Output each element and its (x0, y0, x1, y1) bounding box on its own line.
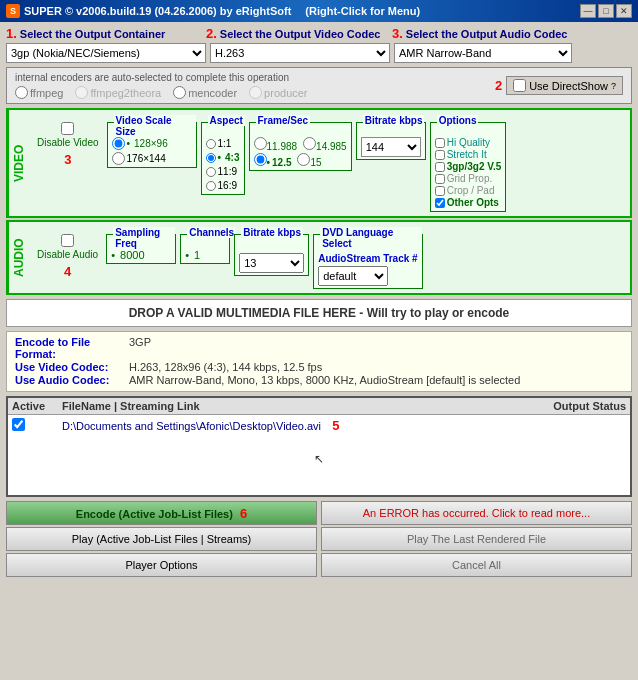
btn-row1: Encode (Active Job-List Files) 6 An ERRO… (6, 501, 632, 525)
audio-codec-dropdown-group: AMR Narrow-BandAACMP3None (394, 43, 572, 63)
video-codec-dropdown[interactable]: H.263H.264MPEG-4None (210, 43, 390, 63)
audio-bitrate-dropdown[interactable]: 13810121632 (239, 253, 304, 273)
video-options-content: Hi Quality Stretch It 3gp/3g2 V.5 Grid P… (435, 137, 502, 208)
radio-ffmpeg2theora[interactable]: ffmpeg2theora (75, 86, 161, 99)
scale-176x144[interactable]: 176×144 (112, 152, 192, 165)
info-video-label: Use Video Codec: (15, 361, 125, 373)
step-headers: 1. Select the Output Container 2. Select… (6, 26, 632, 41)
btn-row3: Player Options Cancel All (6, 553, 632, 577)
job-list-empty-area: ↖ (12, 434, 626, 484)
encoder-box: internal encoders are auto-selected to c… (6, 67, 632, 104)
play-last-rendered-button[interactable]: Play The Last Rendered File (321, 527, 632, 551)
use-directshow-area: 2 Use DirectShow ? (495, 76, 623, 95)
directshow-label: Use DirectShow (529, 80, 608, 92)
opt-stretch-it[interactable]: Stretch It (435, 149, 502, 160)
anno4: 4 (64, 264, 71, 279)
disable-audio-checkbox[interactable] (61, 234, 74, 247)
fps-14985[interactable]: 14.985 (303, 137, 347, 152)
video-panel-label: VIDEO (8, 110, 29, 216)
info-audio-value: AMR Narrow-Band, Mono, 13 kbps, 8000 KHz… (129, 374, 520, 386)
disable-audio-section: Disable Audio 4 (33, 226, 102, 287)
opt-3gp-v5[interactable]: 3gp/3g2 V.5 (435, 161, 502, 172)
play-active-button[interactable]: Play (Active Job-List Files | Streams) (6, 527, 317, 551)
step3-header: 3. Select the Output Audio Codec (392, 26, 632, 41)
video-options-section: Options Hi Quality Stretch It 3gp/3g2 V.… (430, 122, 507, 212)
directshow-checkbox[interactable] (513, 79, 526, 92)
dvd-language-title: DVD Language Select (320, 227, 421, 249)
scale-size-title: Video Scale Size (114, 115, 196, 137)
job-file-cell: D:\Documents and Settings\Afonic\Desktop… (62, 418, 526, 433)
audio-sections: Disable Audio 4 Sampling Freq • 8000 (33, 226, 626, 289)
fps-row1: 11.988 14.985 (254, 137, 347, 152)
table-row: D:\Documents and Settings\Afonic\Desktop… (12, 417, 626, 434)
aspect-11-9[interactable]: 11:9 (206, 166, 240, 177)
radio-mencoder[interactable]: mencoder (173, 86, 237, 99)
opt-crop-pad[interactable]: Crop / Pad (435, 185, 502, 196)
dvd-language-dropdown[interactable]: default123 (318, 266, 388, 286)
disable-video-label[interactable]: Disable Video (37, 122, 99, 148)
drop-area[interactable]: DROP A VALID MULTIMEDIA FILE HERE - Will… (6, 299, 632, 327)
job-list-header: Active FileName | Streaming Link Output … (8, 398, 630, 415)
close-button[interactable]: ✕ (616, 4, 632, 18)
window-controls: — □ ✕ (580, 4, 632, 18)
fps-row2: •12.5 15 (254, 153, 347, 168)
disable-video-checkbox[interactable] (61, 122, 74, 135)
job-list-body: D:\Documents and Settings\Afonic\Desktop… (8, 415, 630, 495)
audio-bitrate-title: Bitrate kbps (241, 227, 303, 238)
error-button[interactable]: An ERROR has occurred. Click to read mor… (321, 501, 632, 525)
opt-hi-quality[interactable]: Hi Quality (435, 137, 502, 148)
video-bitrate-dropdown[interactable]: 14413326496128192256 (361, 137, 421, 157)
cancel-all-button[interactable]: Cancel All (321, 553, 632, 577)
maximize-button[interactable]: □ (598, 4, 614, 18)
title-subtitle: (Right-Click for Menu) (305, 5, 420, 17)
video-sections: Disable Video 3 Video Scale Size • 128×9… (33, 114, 626, 212)
radio-producer[interactable]: producer (249, 86, 307, 99)
aspect-options: 1:1 •4:3 11:9 16:9 (206, 137, 240, 192)
encoder-radios: ffmpeg ffmpeg2theora mencoder producer (15, 86, 308, 99)
fps-options: 11.988 14.985 •12.5 15 (254, 137, 347, 168)
dvd-language-content: AudioStream Track # default123 (318, 253, 417, 286)
video-panel-content: Disable Video 3 Video Scale Size • 128×9… (29, 110, 630, 216)
opt-other-opts[interactable]: Other Opts (435, 197, 502, 208)
channels-section: Channels • 1 (180, 234, 230, 264)
use-directshow-button[interactable]: Use DirectShow ? (506, 76, 623, 95)
fps-11988[interactable]: 11.988 (254, 137, 298, 152)
aspect-4-3[interactable]: •4:3 (206, 152, 240, 163)
info-row-format: Encode to File Format: 3GP (15, 336, 623, 360)
info-format-value: 3GP (129, 336, 151, 360)
container-dropdown-group: 3gp (Nokia/NEC/Siemens) avimp4mkvflv (6, 43, 206, 63)
audio-codec-dropdown[interactable]: AMR Narrow-BandAACMP3None (394, 43, 572, 63)
main-container: 1. Select the Output Container 2. Select… (0, 22, 638, 581)
video-bitrate-section: Bitrate kbps 14413326496128192256 (356, 122, 426, 160)
fps-15[interactable]: 15 (297, 153, 321, 168)
opt-grid-prop[interactable]: Grid Prop. (435, 173, 502, 184)
info-row-audio: Use Audio Codec: AMR Narrow-Band, Mono, … (15, 374, 623, 386)
disable-video-section: Disable Video 3 (33, 114, 103, 175)
disable-audio-label[interactable]: Disable Audio (37, 234, 98, 260)
video-panel: VIDEO Disable Video 3 Video Sca (6, 108, 632, 218)
anno6: 6 (240, 506, 247, 521)
channels-content: • 1 (185, 249, 225, 261)
player-options-button[interactable]: Player Options (6, 553, 317, 577)
scale-128x96[interactable]: • 128×96 (112, 137, 192, 150)
container-dropdown[interactable]: 3gp (Nokia/NEC/Siemens) avimp4mkvflv (6, 43, 206, 63)
step1-label: Select the Output Container (20, 28, 165, 40)
minimize-button[interactable]: — (580, 4, 596, 18)
directshow-icon: ? (611, 81, 616, 91)
btn-row2: Play (Active Job-List Files | Streams) P… (6, 527, 632, 551)
info-audio-label: Use Audio Codec: (15, 374, 125, 386)
job-row-checkbox[interactable] (12, 418, 25, 431)
video-bitrate-title: Bitrate kbps (363, 115, 425, 126)
title-bar: S SUPER © v2006.build.19 (04.26.2006) by… (0, 0, 638, 22)
fps-12-5[interactable]: •12.5 (254, 153, 292, 168)
scale-size-section: Video Scale Size • 128×96 176×144 (107, 122, 197, 168)
aspect-16-9[interactable]: 16:9 (206, 180, 240, 191)
aspect-1-1[interactable]: 1:1 (206, 138, 240, 149)
anno5: 5 (332, 418, 339, 433)
radio-ffmpeg[interactable]: ffmpeg (15, 86, 63, 99)
encode-button[interactable]: Encode (Active Job-List Files) 6 (6, 501, 317, 525)
dropdowns-row: 3gp (Nokia/NEC/Siemens) avimp4mkvflv H.2… (6, 43, 632, 63)
sampling-freq-section: Sampling Freq • 8000 (106, 234, 176, 264)
scale-size-options: • 128×96 176×144 (112, 137, 192, 165)
audio-bitrate-section: Bitrate kbps 13810121632 (234, 234, 309, 276)
